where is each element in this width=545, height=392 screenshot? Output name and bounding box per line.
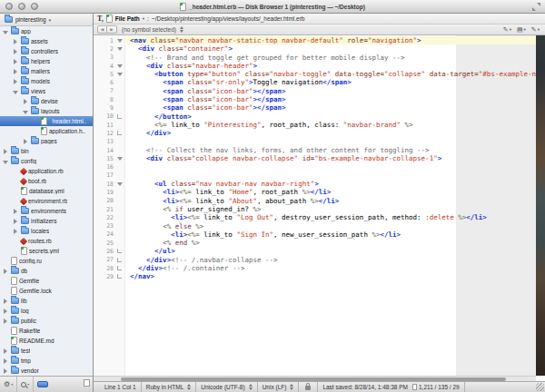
code-line[interactable]: 28 </div><!-- /.container -->: [94, 264, 536, 272]
fold-icon[interactable]: [115, 154, 126, 162]
text-tool-button[interactable]: T,: [97, 15, 104, 23]
tree-row[interactable]: README.md: [0, 336, 93, 346]
tree-row[interactable]: log: [0, 306, 93, 316]
tree-row[interactable]: pages: [0, 136, 93, 146]
code-line[interactable]: 21 <% if user_signed_in? %>: [94, 205, 536, 213]
code-line[interactable]: 16: [94, 162, 536, 171]
tree-row[interactable]: vendor: [0, 366, 93, 376]
tree-row[interactable]: boot.rb: [0, 176, 93, 186]
fold-icon[interactable]: [115, 264, 126, 272]
pen-button[interactable]: ✎ ▾: [531, 26, 540, 34]
code-line[interactable]: 13: [94, 138, 536, 146]
tree-row[interactable]: config.ru: [0, 256, 93, 266]
tree-row[interactable]: initializers: [0, 216, 93, 226]
fold-icon[interactable]: [115, 44, 126, 53]
tree-row[interactable]: secrets.yml: [0, 246, 93, 256]
tree-row[interactable]: database.yml: [0, 186, 93, 196]
tree-row[interactable]: controllers: [0, 46, 93, 56]
tree-row[interactable]: Gemfile: [0, 276, 93, 286]
vertical-scrollbar[interactable]: [536, 35, 545, 376]
tree-row[interactable]: application.rb: [0, 166, 93, 176]
tree-row[interactable]: _header.html..: [0, 116, 93, 126]
code-line[interactable]: 15 <div class="collapse navbar-collapse"…: [94, 154, 536, 162]
code-line[interactable]: 23 <% else %>: [94, 222, 536, 230]
tree-row[interactable]: bin: [0, 146, 93, 156]
lock-button[interactable]: [299, 382, 317, 392]
resize-window-icon[interactable]: [532, 3, 540, 11]
forward-button[interactable]: ▶: [107, 25, 117, 34]
stepper-icon[interactable]: [180, 26, 183, 33]
code-line[interactable]: 12 </div>: [94, 129, 536, 137]
tree-row[interactable]: helpers: [0, 56, 93, 66]
code-line[interactable]: 25 <% end %>: [94, 239, 536, 247]
tree-row[interactable]: public: [0, 316, 93, 326]
code-line[interactable]: 14 <!-- Collect the nav links, forms, an…: [94, 146, 536, 154]
zoom-button[interactable]: [31, 3, 38, 10]
file-icon[interactable]: [106, 15, 113, 23]
code-line[interactable]: 29</nav>: [94, 272, 536, 280]
tree-row[interactable]: lib: [0, 296, 93, 306]
tree-row[interactable]: mailers: [0, 66, 93, 76]
fold-icon[interactable]: [115, 247, 126, 255]
code-line[interactable]: 10 </button>: [94, 113, 536, 121]
code-line[interactable]: 6 <span class="sr-only">Toggle navigatio…: [94, 78, 536, 86]
tree-row[interactable]: models: [0, 76, 93, 86]
code-line[interactable]: 27 </div><!-- /.navbar-collapse -->: [94, 256, 536, 264]
tree-row[interactable]: config: [0, 156, 93, 166]
search-button[interactable]: ▾: [17, 377, 34, 392]
fold-icon[interactable]: [115, 36, 126, 44]
tree-row[interactable]: assets: [0, 36, 93, 46]
encoding-selector[interactable]: Unicode (UTF-8): [196, 382, 256, 392]
minimize-button[interactable]: [18, 3, 25, 10]
file-path-label[interactable]: File Path: [115, 15, 140, 22]
tree-row[interactable]: Rakefile: [0, 326, 93, 336]
code-line[interactable]: 3 <!-- Brand and toggle get grouped for …: [94, 54, 536, 62]
bundle-button[interactable]: ▤ ▾: [517, 26, 526, 34]
code-line[interactable]: 1<nav class="navbar navbar-static-top na…: [94, 36, 536, 44]
code-line[interactable]: 26 </ul>: [94, 247, 536, 255]
code-line[interactable]: 24 <li><%= link_to "Sign In", new_user_s…: [94, 230, 536, 239]
resize-grip[interactable]: [536, 383, 544, 391]
title-bar[interactable]: _header.html.erb — Disk Browser 1 (pinte…: [0, 0, 545, 14]
code-line[interactable]: 22 <li><%= link_to "Log Out", destroy_us…: [94, 213, 536, 221]
tree-row[interactable]: environments: [0, 206, 93, 216]
browser-toggle-button[interactable]: [34, 377, 52, 392]
tree-row[interactable]: application.h..: [0, 126, 93, 136]
code-line[interactable]: 5 <button type="button" class="navbar-to…: [94, 70, 536, 78]
tree-row[interactable]: test: [0, 346, 93, 356]
fold-icon[interactable]: [115, 62, 126, 70]
actions-button[interactable]: ⚙ ▾: [0, 377, 17, 392]
fold-icon[interactable]: [115, 272, 126, 280]
code-line[interactable]: 20 <li><%= link_to "About", about_path %…: [94, 197, 536, 205]
language-selector[interactable]: Ruby in HTML: [142, 382, 196, 392]
fold-icon[interactable]: [115, 180, 126, 188]
code-line[interactable]: 18 <ul class="nav navbar-nav navbar-righ…: [94, 180, 536, 188]
code-line[interactable]: 2 <div class="container">: [94, 44, 536, 53]
back-button[interactable]: ◀: [97, 25, 107, 34]
code-line[interactable]: 17: [94, 172, 536, 180]
tree-row[interactable]: devise: [0, 96, 93, 106]
caret-position[interactable]: Line 1 Col 1: [94, 382, 141, 392]
code-editor[interactable]: 1<nav class="navbar navbar-static-top na…: [94, 35, 536, 376]
tree-row[interactable]: Gemfile.lock: [0, 286, 93, 296]
symbol-selector[interactable]: (no symbol selected): [122, 26, 176, 33]
fold-icon[interactable]: [115, 70, 126, 78]
code-line[interactable]: 8 <span class="icon-bar"></span>: [94, 95, 536, 103]
drag-grip[interactable]: [84, 379, 90, 387]
fold-icon[interactable]: [115, 113, 126, 121]
code-line[interactable]: 19 <li><%= link_to "Home", root_path %><…: [94, 188, 536, 196]
tree-row[interactable]: layouts: [0, 106, 93, 116]
tree-row[interactable]: locales: [0, 226, 93, 236]
line-ending-selector[interactable]: Unix (LF): [258, 382, 299, 392]
tree-row[interactable]: routes.rb: [0, 236, 93, 246]
tree-row[interactable]: tmp: [0, 356, 93, 366]
edit-button[interactable]: ✎ ▾: [503, 26, 511, 34]
tree-row[interactable]: app: [0, 26, 93, 36]
code-line[interactable]: 9 <span class="icon-bar"></span>: [94, 103, 536, 112]
fold-icon[interactable]: [115, 256, 126, 264]
code-line[interactable]: 4 <div class="navbar-header">: [94, 62, 536, 70]
tree-row[interactable]: db: [0, 266, 93, 276]
code-line[interactable]: 7 <span class="icon-bar"></span>: [94, 87, 536, 95]
project-selector[interactable]: pinteresting ▾: [0, 14, 94, 26]
fold-icon[interactable]: [115, 129, 126, 137]
